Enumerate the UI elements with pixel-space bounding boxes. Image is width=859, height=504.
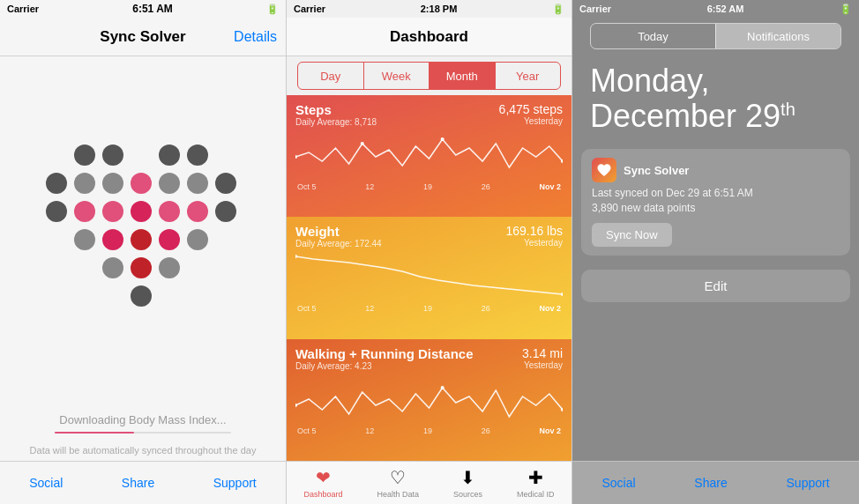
tab-sources-label: Sources xyxy=(453,490,482,499)
sync-now-button[interactable]: Sync Now xyxy=(592,223,672,247)
nav-bar-1: Sync Solver Details xyxy=(0,18,286,56)
carrier-3: Carrier xyxy=(579,4,611,14)
dot xyxy=(159,285,180,307)
notif-line2: 3,890 new data points xyxy=(592,201,840,216)
weight-sub-right: Yesterday xyxy=(505,238,563,248)
date-display: Monday, December 29th xyxy=(572,55,859,142)
seg-notifications[interactable]: Notifications xyxy=(715,24,840,48)
carrier-2: Carrier xyxy=(294,4,325,14)
x-label-current: Nov 2 xyxy=(539,304,561,313)
time-1: 6:51 AM xyxy=(132,3,173,15)
svg-point-2 xyxy=(441,137,444,141)
steps-sub-right: Yesterday xyxy=(499,116,563,126)
tab-medical-id[interactable]: ✚ Medical ID xyxy=(517,467,555,499)
dot xyxy=(102,229,123,250)
distance-title: Walking + Running Distance xyxy=(295,346,474,361)
weight-avg: Daily Average: 172.44 xyxy=(295,239,382,248)
status-bar-3: Carrier 6:52 AM 🔋 xyxy=(572,0,859,18)
dot xyxy=(215,229,236,250)
tab-health-data[interactable]: ♡ Health Data xyxy=(377,467,419,499)
dot xyxy=(187,285,208,307)
tab-dashboard[interactable]: ❤ Dashboard xyxy=(303,467,342,499)
steps-svg xyxy=(295,130,563,179)
dot xyxy=(131,229,152,250)
edit-button[interactable]: Edit xyxy=(581,270,850,302)
seg-day[interactable]: Day xyxy=(298,63,363,89)
dot xyxy=(74,229,95,250)
today-notif-segment[interactable]: Today Notifications xyxy=(590,23,841,49)
weight-header: Weight Daily Average: 172.44 169.16 lbs … xyxy=(295,224,563,248)
dot xyxy=(74,145,95,166)
distance-value: 3.14 mi xyxy=(522,346,563,360)
dot xyxy=(215,285,236,307)
seg-today[interactable]: Today xyxy=(591,24,715,48)
seg-month[interactable]: Month xyxy=(429,63,495,89)
x-label-current: Nov 2 xyxy=(539,182,561,191)
details-button[interactable]: Details xyxy=(234,29,277,45)
dot xyxy=(102,257,123,278)
dashboard-panel: Carrier 2:18 PM 🔋 Dashboard Day Week Mon… xyxy=(287,0,572,504)
dot xyxy=(102,145,123,166)
dot xyxy=(159,201,180,222)
steps-x-labels: Oct 5 12 19 26 Nov 2 xyxy=(295,182,563,191)
progress-track xyxy=(55,432,231,434)
distance-header: Walking + Running Distance Daily Average… xyxy=(295,346,563,371)
notif-body: Last synced on Dec 29 at 6:51 AM 3,890 n… xyxy=(592,186,840,216)
progress-section: Downloading Body Mass Index... xyxy=(0,413,286,434)
time-3: 6:52 AM xyxy=(707,4,744,14)
tab-medical-label: Medical ID xyxy=(517,490,555,499)
battery-1: 🔋 xyxy=(266,4,279,15)
notification-card: Sync Solver Last synced on Dec 29 at 6:5… xyxy=(581,149,850,256)
month-suffix: th xyxy=(781,100,796,119)
dot xyxy=(102,285,123,307)
tab-support-3[interactable]: Support xyxy=(787,476,830,490)
tab-sources[interactable]: ⬇ Sources xyxy=(453,467,482,499)
x-label: 26 xyxy=(482,426,490,435)
dot xyxy=(131,173,152,194)
tab-share-3[interactable]: Share xyxy=(694,476,727,490)
time-segment-control[interactable]: Day Week Month Year xyxy=(297,62,561,90)
tab-social-1[interactable]: Social xyxy=(29,476,63,490)
dot xyxy=(215,201,236,222)
notif-app-name: Sync Solver xyxy=(624,164,689,177)
steps-value: 6,475 steps xyxy=(499,102,563,116)
tab-bar-3: Social Share Support xyxy=(572,461,859,504)
notif-header: Sync Solver xyxy=(592,158,840,182)
seg-week[interactable]: Week xyxy=(363,63,430,89)
notif-app-icon xyxy=(592,158,616,182)
tab-social-3[interactable]: Social xyxy=(601,476,635,490)
tab-bar-2: ❤ Dashboard ♡ Health Data ⬇ Sources ✚ Me… xyxy=(287,461,571,504)
x-label: 26 xyxy=(482,182,490,191)
dot xyxy=(46,257,67,278)
x-label: 26 xyxy=(482,304,490,313)
app-title-1: Sync Solver xyxy=(100,28,185,46)
month-text: December 29 xyxy=(590,98,781,134)
heart-logo-container xyxy=(0,56,286,461)
svg-point-7 xyxy=(441,386,444,389)
tab-share-1[interactable]: Share xyxy=(122,476,154,490)
dot xyxy=(102,173,123,194)
dot xyxy=(46,229,67,250)
svg-point-4 xyxy=(295,255,297,258)
dot xyxy=(131,201,152,222)
dot xyxy=(159,257,180,278)
tab-support-1[interactable]: Support xyxy=(213,476,257,490)
battery-3: 🔋 xyxy=(840,4,852,15)
heart-dots-grid xyxy=(46,145,240,338)
x-label: 19 xyxy=(423,304,432,313)
tab-dashboard-label: Dashboard xyxy=(303,490,342,499)
dot xyxy=(46,173,67,194)
seg-year[interactable]: Year xyxy=(495,63,561,89)
date-month: December 29th xyxy=(590,99,841,134)
tab-bar-1: Social Share Support xyxy=(0,461,286,504)
weight-chart: Weight Daily Average: 172.44 169.16 lbs … xyxy=(287,217,571,338)
health-data-icon: ♡ xyxy=(390,467,406,488)
dot xyxy=(46,285,67,307)
dot xyxy=(74,173,95,194)
progress-label: Downloading Body Mass Index... xyxy=(59,413,226,426)
time-2: 2:18 PM xyxy=(421,4,458,14)
dot xyxy=(187,201,208,222)
dashboard-title: Dashboard xyxy=(390,28,468,46)
dot xyxy=(159,173,180,194)
distance-avg: Daily Average: 4.23 xyxy=(295,361,474,371)
